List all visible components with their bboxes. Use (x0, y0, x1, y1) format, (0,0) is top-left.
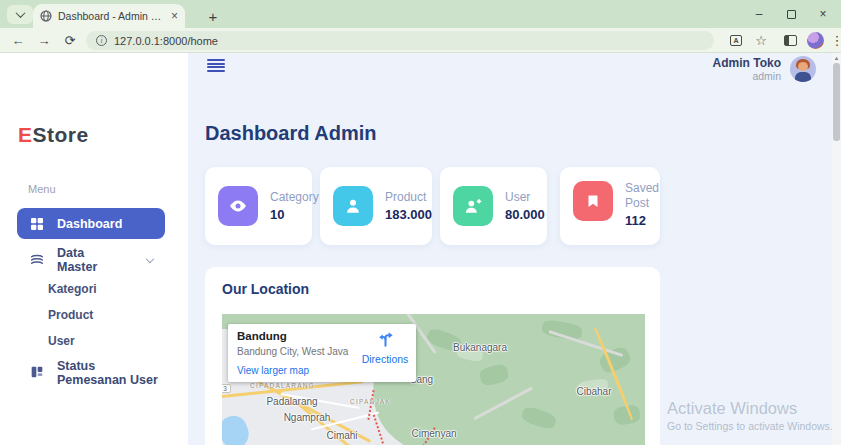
sidebar: EStore Menu Dashboard Data Master Katego… (0, 53, 188, 445)
map-info-card: Bandung Bandung City, West Java View lar… (228, 324, 416, 382)
map-town-label: Ngamprah (284, 412, 331, 423)
forward-button[interactable]: → (34, 31, 54, 50)
globe-favicon-icon (40, 10, 52, 22)
page-title: Dashboard Admin (205, 122, 377, 145)
url-text: 127.0.0.1:8000/home (114, 35, 218, 47)
grid-icon (29, 216, 45, 232)
sidebar-item-label: Data Master (57, 246, 123, 274)
sidebar-item-label: Status Pemesanan User (57, 359, 165, 387)
browser-profile-avatar[interactable] (805, 31, 825, 50)
chevron-down-icon (15, 8, 25, 18)
map-directions-button[interactable]: Directions (359, 329, 411, 365)
activate-windows-watermark: Activate Windows (667, 399, 797, 418)
map-town-label: Bukanagara (453, 342, 507, 353)
browser-menu-icon[interactable]: ⋮ (827, 31, 841, 50)
user-plus-icon (453, 186, 493, 226)
directions-icon (376, 329, 395, 348)
address-bar[interactable]: i 127.0.0.1:8000/home (86, 31, 714, 50)
translate-icon[interactable]: A (726, 31, 746, 50)
scrollbar-thumb[interactable] (833, 63, 840, 141)
sidebar-subitem-user[interactable]: User (48, 332, 148, 350)
road-shield: 3 (222, 384, 231, 393)
stat-value: 10 (270, 207, 319, 222)
maximize-button[interactable] (775, 0, 807, 28)
eye-icon (218, 186, 258, 226)
kanban-icon (29, 364, 45, 380)
new-tab-button[interactable]: + (202, 5, 224, 27)
sidebar-item-label: Dashboard (57, 217, 122, 231)
google-map-embed[interactable]: 3 Bukanagara bang Padalarang Ngamprah Ci… (222, 314, 645, 445)
sidebar-menu-label: Menu (28, 183, 56, 195)
stat-label: Category (270, 190, 319, 205)
tab-title: Dashboard - Admin Dashboard (58, 10, 165, 22)
site-info-icon[interactable]: i (96, 35, 107, 46)
user-avatar[interactable] (790, 56, 816, 82)
restore-icon (787, 10, 796, 19)
sidebar-item-data-master[interactable]: Data Master (17, 247, 165, 273)
sidebar-item-status-pemesanan[interactable]: Status Pemesanan User (17, 359, 177, 387)
bookmark-star-icon[interactable]: ☆ (751, 31, 771, 50)
app-logo[interactable]: EStore (18, 123, 89, 147)
map-town-label: Cibahar (576, 386, 611, 397)
tab-search-button[interactable] (7, 5, 33, 24)
sidebar-subitem-kategori[interactable]: Kategori (48, 280, 148, 298)
browser-tabstrip: Dashboard - Admin Dashboard × + – × (0, 0, 841, 28)
tab-close-icon[interactable]: × (171, 10, 178, 22)
stat-card-product: Product 183.000 (320, 167, 432, 245)
browser-window: Dashboard - Admin Dashboard × + – × ← → … (0, 0, 841, 445)
location-card: Our Location 3 (205, 267, 660, 445)
logo-accent-letter: E (18, 123, 33, 146)
user-icon (333, 186, 373, 226)
user-name: Admin Toko (713, 57, 781, 70)
stat-label: User (505, 190, 545, 205)
stat-value: 80.000 (505, 207, 545, 222)
stat-card-user: User 80.000 (440, 167, 547, 245)
user-role: admin (713, 70, 781, 82)
browser-tab[interactable]: Dashboard - Admin Dashboard × (33, 4, 185, 28)
stat-card-saved-post: Saved Post 112 (560, 167, 660, 245)
scrollbar-up-icon[interactable]: ▲ (832, 53, 841, 62)
reload-button[interactable]: ⟳ (60, 31, 80, 50)
map-place-address: Bandung City, West Java (237, 346, 348, 357)
map-road-label: CIPANJAK (350, 398, 391, 405)
header-user-menu[interactable]: Admin Toko admin (620, 55, 816, 83)
sidebar-item-dashboard[interactable]: Dashboard (17, 208, 165, 239)
stat-value: 112 (625, 213, 671, 228)
map-place-name: Bandung (237, 330, 287, 342)
hamburger-menu-icon[interactable] (207, 59, 225, 72)
map-town-label: Cimahi (326, 430, 357, 441)
activate-windows-subtext: Go to Settings to activate Windows. (667, 420, 833, 432)
view-larger-map-link[interactable]: View larger map (237, 365, 309, 376)
sidebar-subitem-product[interactable]: Product (48, 306, 148, 324)
layers-icon (29, 252, 45, 268)
location-title: Our Location (222, 281, 309, 297)
back-button[interactable]: ← (8, 31, 28, 50)
chevron-down-icon (146, 254, 154, 262)
logo-rest: Store (33, 123, 89, 146)
map-town-label: Padalarang (266, 396, 317, 407)
side-panel-icon[interactable] (780, 31, 800, 50)
minimize-button[interactable]: – (743, 0, 775, 28)
map-water (222, 412, 252, 445)
window-controls: – × (743, 0, 839, 28)
stat-card-category: Category 10 (205, 167, 312, 245)
bookmark-icon (573, 181, 613, 221)
map-town-label: Cimenyan (411, 428, 456, 439)
stat-label: Product (385, 190, 432, 205)
map-road-label: CIPADALARANG (250, 382, 315, 389)
stat-value: 183.000 (385, 207, 432, 222)
page-scrollbar[interactable]: ▲ (832, 53, 841, 445)
close-window-button[interactable]: × (807, 0, 839, 28)
stat-label: Saved Post (625, 181, 671, 211)
